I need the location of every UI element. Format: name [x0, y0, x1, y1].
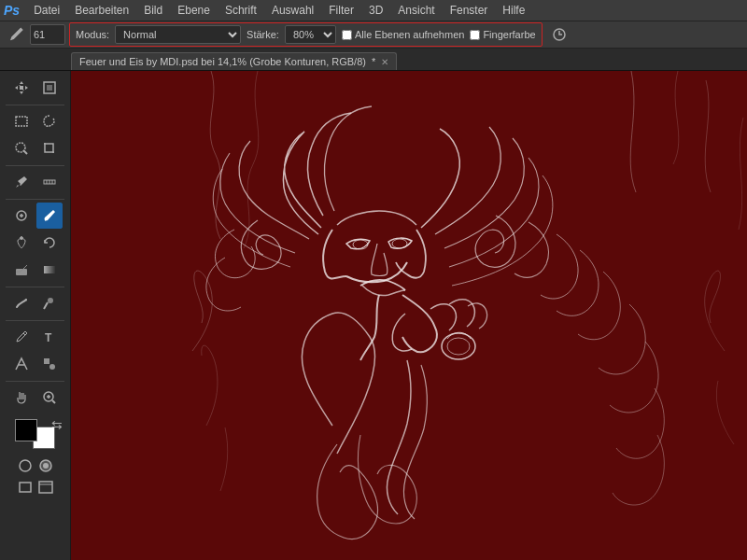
- screen-row: [0, 478, 70, 497]
- tool-gradient[interactable]: [36, 257, 63, 283]
- tool-row-9: T: [0, 324, 70, 350]
- menu-auswahl[interactable]: Auswahl: [265, 2, 320, 19]
- alle-ebenen-group: Alle Ebenen aufnehmen: [342, 29, 464, 40]
- tool-text[interactable]: T: [36, 324, 63, 350]
- tool-row-4: [0, 169, 70, 195]
- svg-line-5: [23, 150, 27, 154]
- svg-line-20: [52, 400, 55, 403]
- artwork: [71, 71, 747, 560]
- tool-row-11: [0, 385, 70, 411]
- svg-text:T: T: [45, 331, 52, 344]
- svg-rect-29: [71, 71, 747, 560]
- document-tab[interactable]: Feuer und Eis by MDI.psd bei 14,1% (Grob…: [71, 52, 397, 70]
- tool-eraser[interactable]: [8, 257, 35, 283]
- separator-4: [6, 287, 64, 287]
- flow-icon[interactable]: [550, 25, 569, 44]
- tool-lasso[interactable]: [36, 108, 63, 134]
- separator-2: [6, 165, 64, 166]
- tab-title: Feuer und Eis by MDI.psd bei 14,1% (Grob…: [79, 56, 366, 67]
- color-reset-icon[interactable]: ⇆: [51, 417, 63, 432]
- separator-1: [6, 105, 64, 105]
- tool-row-7: [0, 257, 70, 283]
- mode-row: [0, 456, 70, 475]
- tool-hand[interactable]: [8, 385, 35, 411]
- canvas-area[interactable]: [71, 71, 747, 560]
- svg-rect-2: [47, 85, 52, 91]
- tool-brush[interactable]: [36, 203, 63, 229]
- alle-ebenen-checkbox[interactable]: [342, 30, 352, 40]
- tool-history-brush[interactable]: [36, 230, 63, 256]
- svg-rect-26: [20, 483, 31, 492]
- svg-rect-3: [16, 117, 27, 126]
- menu-3d[interactable]: 3D: [362, 2, 389, 19]
- foreground-color-swatch[interactable]: [15, 419, 37, 441]
- brush-size-box[interactable]: 61: [30, 24, 65, 45]
- options-group: Modus: NormalAuflösenAbdunkelnMultiplizi…: [69, 22, 543, 47]
- svg-point-18: [49, 364, 55, 370]
- tool-shape[interactable]: [36, 351, 63, 377]
- tool-artboard[interactable]: [36, 75, 63, 101]
- menu-bild[interactable]: Bild: [137, 2, 169, 19]
- tool-screen-mode[interactable]: [16, 478, 35, 497]
- tab-modified: *: [372, 56, 375, 67]
- tool-row-2: [0, 108, 70, 134]
- tool-eyedropper[interactable]: [8, 169, 35, 195]
- staerke-label: Stärke:: [247, 29, 279, 40]
- tool-smudge[interactable]: [8, 290, 35, 316]
- separator-6: [6, 381, 64, 382]
- tool-crop[interactable]: [36, 135, 63, 161]
- tool-ruler[interactable]: [36, 169, 63, 195]
- menu-schrift[interactable]: Schrift: [218, 2, 263, 19]
- svg-rect-27: [39, 482, 52, 493]
- svg-point-13: [48, 298, 53, 303]
- svg-rect-17: [44, 358, 49, 364]
- tool-row-3: [0, 135, 70, 161]
- tool-dodge[interactable]: [36, 290, 63, 316]
- tool-row-10: [0, 351, 70, 377]
- tool-row-6: [0, 230, 70, 256]
- tool-spot-heal[interactable]: [8, 203, 35, 229]
- modus-select[interactable]: NormalAuflösenAbdunkelnMultiplizierenFar…: [115, 25, 241, 44]
- tab-close-button[interactable]: ✕: [381, 57, 388, 67]
- menu-hilfe[interactable]: Hilfe: [496, 2, 531, 19]
- options-bar: 61 Modus: NormalAuflösenAbdunkelnMultipl…: [0, 21, 747, 49]
- fingerfarbe-group: Fingerfarbe: [470, 29, 535, 40]
- tool-zoom[interactable]: [36, 385, 63, 411]
- tool-screen-mode-alt[interactable]: [36, 478, 55, 497]
- menu-ansicht[interactable]: Ansicht: [391, 2, 441, 19]
- staerke-select[interactable]: 80%100%75%50%25%: [285, 25, 336, 44]
- separator-3: [6, 199, 64, 200]
- modus-label: Modus:: [76, 29, 109, 40]
- tool-normal-mode[interactable]: [16, 456, 35, 475]
- tool-quick-select[interactable]: [8, 135, 35, 161]
- main-area: T ⇆: [0, 71, 747, 560]
- svg-point-25: [43, 463, 49, 469]
- app-logo: Ps: [4, 3, 20, 18]
- menu-fenster[interactable]: Fenster: [444, 2, 495, 19]
- brush-tool-icon[interactable]: [4, 23, 26, 46]
- svg-rect-12: [44, 266, 55, 273]
- fingerfarbe-label: Fingerfarbe: [483, 29, 535, 40]
- separator-5: [6, 320, 64, 321]
- tool-quick-mask[interactable]: [36, 456, 55, 475]
- tool-path-select[interactable]: [8, 351, 35, 377]
- fingerfarbe-checkbox[interactable]: [470, 30, 480, 40]
- menu-bearbeiten[interactable]: Bearbeiten: [68, 2, 135, 19]
- left-toolbar: T ⇆: [0, 71, 71, 560]
- svg-line-14: [44, 302, 48, 309]
- tool-row-5: [0, 203, 70, 229]
- canvas-content: [71, 71, 747, 560]
- tool-pen[interactable]: [8, 324, 35, 350]
- tool-row-8: [0, 290, 70, 316]
- alle-ebenen-label: Alle Ebenen aufnehmen: [355, 29, 464, 40]
- tool-clone[interactable]: [8, 230, 35, 256]
- tool-move[interactable]: [8, 75, 35, 101]
- tool-row-1: [0, 75, 70, 101]
- menu-datei[interactable]: Datei: [27, 2, 66, 19]
- svg-point-23: [20, 460, 31, 471]
- tool-rect-select[interactable]: [8, 108, 35, 134]
- color-swatch-area: ⇆: [0, 415, 70, 453]
- menu-filter[interactable]: Filter: [322, 2, 360, 19]
- menu-ebene[interactable]: Ebene: [171, 2, 217, 19]
- tab-bar: Feuer und Eis by MDI.psd bei 14,1% (Grob…: [0, 49, 747, 71]
